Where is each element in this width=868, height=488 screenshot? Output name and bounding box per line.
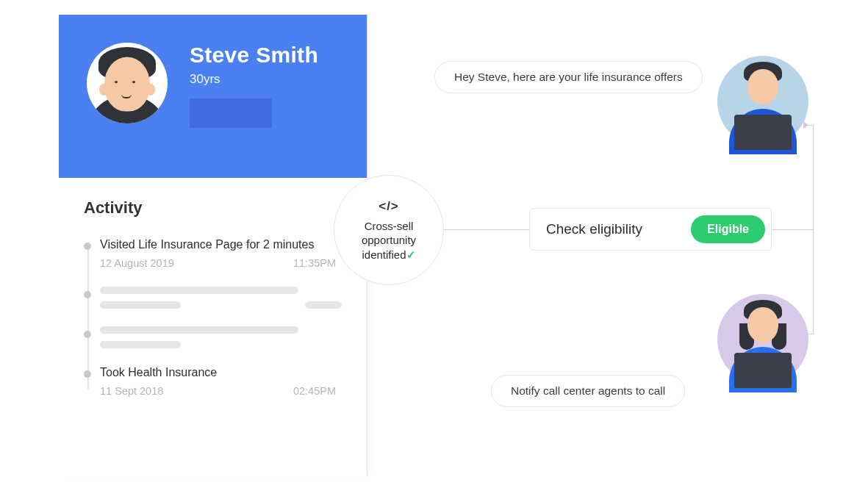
activity-section: Activity Visited Life Insurance Page for…: [59, 178, 367, 397]
connector-line: [772, 229, 813, 230]
activity-item-title: Took Health Insurance: [100, 366, 342, 379]
activity-item-placeholder: [100, 287, 342, 309]
cross-sell-node: </> Cross-sell opportunity identified✓: [334, 175, 444, 285]
activity-item-title: Visited Life Insurance Page for 2 minute…: [100, 238, 342, 251]
arrow-icon: [803, 121, 808, 129]
profile-age: 30yrs: [190, 72, 318, 87]
agent-illustration-bottom: [717, 294, 808, 385]
avatar: [87, 43, 168, 123]
eligibility-status-pill: Eligible: [691, 215, 765, 243]
profile-info: Steve Smith 30yrs: [190, 43, 318, 131]
activity-item: Took Health Insurance 11 Sept 2018 02:45…: [100, 366, 342, 397]
activity-title: Activity: [84, 198, 342, 218]
agent-bubble-top: Hey Steve, here are your life insurance …: [434, 61, 703, 93]
profile-card: Steve Smith 30yrs Activity Visited Life …: [59, 15, 367, 476]
activity-item: Visited Life Insurance Page for 2 minute…: [100, 238, 342, 269]
agent-illustration-top: [717, 56, 808, 147]
profile-chip: [190, 98, 272, 128]
check-icon: ✓: [406, 248, 416, 261]
activity-item-placeholder: [100, 326, 342, 348]
activity-item-meta: 11 Sept 2018 02:45PM: [100, 385, 342, 397]
code-icon: </>: [379, 198, 399, 215]
profile-name: Steve Smith: [190, 43, 318, 68]
cross-sell-line1: Cross-sell: [365, 219, 414, 234]
activity-item-time: 02:45PM: [293, 385, 336, 397]
cross-sell-line2: opportunity: [362, 233, 416, 248]
activity-item-meta: 12 August 2019 11:35PM: [100, 257, 342, 269]
activity-item-time: 11:35PM: [293, 257, 336, 269]
profile-header: Steve Smith 30yrs: [59, 15, 367, 178]
eligibility-box: Check eligibility Eligible: [529, 208, 772, 251]
agent-bubble-bottom: Notify call center agents to call: [491, 375, 685, 407]
connector-line: [440, 229, 529, 230]
activity-item-date: 11 Sept 2018: [100, 385, 163, 397]
activity-item-date: 12 August 2019: [100, 257, 174, 269]
eligibility-label: Check eligibility: [546, 221, 642, 237]
connector-line: [813, 125, 814, 334]
activity-timeline: Visited Life Insurance Page for 2 minute…: [84, 238, 342, 397]
cross-sell-line3: identified: [362, 248, 406, 261]
